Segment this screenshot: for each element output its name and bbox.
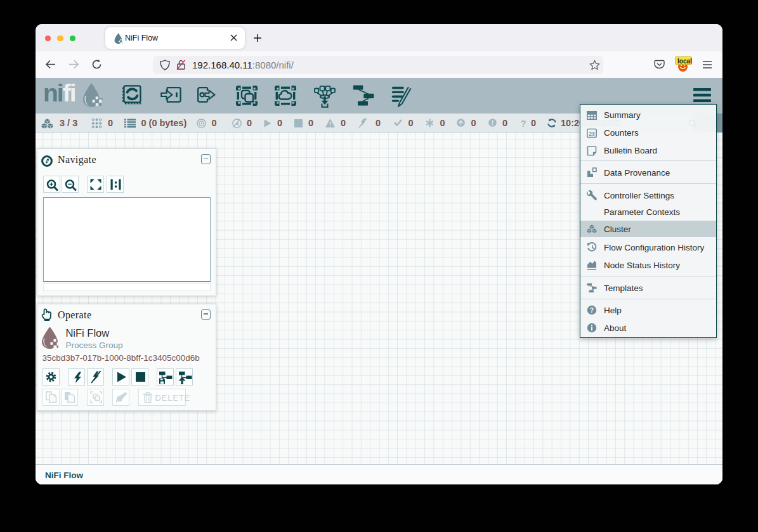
- svg-text:?: ?: [590, 306, 594, 314]
- svg-text:23: 23: [589, 130, 595, 136]
